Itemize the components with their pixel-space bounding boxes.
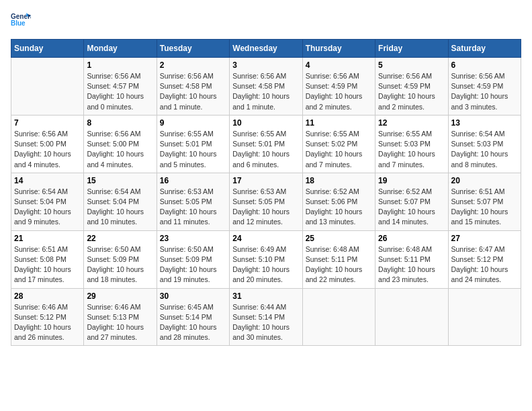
day-info: Sunrise: 6:55 AM Sunset: 5:03 PM Dayligh…: [378, 129, 445, 170]
table-row: 8Sunrise: 6:56 AM Sunset: 5:00 PM Daylig…: [84, 115, 157, 173]
day-number: 11: [306, 118, 372, 128]
logo: General Blue: [11, 11, 35, 34]
day-number: 31: [232, 291, 299, 301]
table-row: 9Sunrise: 6:55 AM Sunset: 5:01 PM Daylig…: [157, 115, 229, 173]
day-number: 9: [160, 118, 226, 128]
day-info: Sunrise: 6:48 AM Sunset: 5:11 PM Dayligh…: [378, 244, 445, 285]
table-row: 7Sunrise: 6:56 AM Sunset: 5:00 PM Daylig…: [11, 115, 84, 173]
day-info: Sunrise: 6:49 AM Sunset: 5:10 PM Dayligh…: [232, 244, 299, 285]
day-info: Sunrise: 6:50 AM Sunset: 5:09 PM Dayligh…: [160, 244, 226, 285]
table-row: 28Sunrise: 6:46 AM Sunset: 5:12 PM Dayli…: [11, 288, 84, 346]
table-row: 17Sunrise: 6:53 AM Sunset: 5:05 PM Dayli…: [230, 173, 302, 230]
day-number: 2: [160, 60, 226, 70]
day-info: Sunrise: 6:51 AM Sunset: 5:07 PM Dayligh…: [451, 187, 518, 228]
table-row: 4Sunrise: 6:56 AM Sunset: 4:59 PM Daylig…: [302, 58, 375, 116]
day-info: Sunrise: 6:54 AM Sunset: 5:04 PM Dayligh…: [14, 187, 81, 228]
day-number: 30: [160, 291, 226, 301]
day-info: Sunrise: 6:56 AM Sunset: 4:57 PM Dayligh…: [87, 71, 153, 112]
day-info: Sunrise: 6:50 AM Sunset: 5:09 PM Dayligh…: [87, 244, 153, 285]
table-row: 12Sunrise: 6:55 AM Sunset: 5:03 PM Dayli…: [375, 115, 448, 173]
day-number: 26: [378, 234, 445, 243]
svg-text:Blue: Blue: [11, 19, 26, 27]
day-number: 21: [14, 234, 81, 243]
day-number: 7: [14, 118, 81, 128]
day-header-monday: Monday: [84, 40, 157, 58]
table-row: 22Sunrise: 6:50 AM Sunset: 5:09 PM Dayli…: [84, 230, 157, 288]
table-row: 2Sunrise: 6:56 AM Sunset: 4:58 PM Daylig…: [157, 58, 229, 116]
day-info: Sunrise: 6:54 AM Sunset: 5:04 PM Dayligh…: [87, 187, 153, 228]
day-info: Sunrise: 6:56 AM Sunset: 4:59 PM Dayligh…: [451, 71, 518, 112]
day-header-thursday: Thursday: [302, 40, 375, 58]
calendar-table: SundayMondayTuesdayWednesdayThursdayFrid…: [11, 39, 521, 346]
logo-icon: General Blue: [11, 11, 31, 31]
table-row: 26Sunrise: 6:48 AM Sunset: 5:11 PM Dayli…: [375, 230, 448, 288]
day-number: 10: [232, 118, 299, 128]
table-row: 14Sunrise: 6:54 AM Sunset: 5:04 PM Dayli…: [11, 173, 84, 230]
table-row: 20Sunrise: 6:51 AM Sunset: 5:07 PM Dayli…: [448, 173, 521, 230]
table-row: 19Sunrise: 6:52 AM Sunset: 5:07 PM Dayli…: [375, 173, 448, 230]
day-info: Sunrise: 6:47 AM Sunset: 5:12 PM Dayligh…: [451, 244, 518, 285]
day-info: Sunrise: 6:52 AM Sunset: 5:07 PM Dayligh…: [378, 187, 445, 228]
day-number: 27: [451, 234, 518, 243]
day-info: Sunrise: 6:56 AM Sunset: 5:00 PM Dayligh…: [87, 129, 153, 170]
table-row: 13Sunrise: 6:54 AM Sunset: 5:03 PM Dayli…: [448, 115, 521, 173]
day-number: 29: [87, 291, 153, 301]
day-number: 5: [378, 60, 445, 70]
day-number: 17: [232, 176, 299, 185]
day-info: Sunrise: 6:56 AM Sunset: 4:58 PM Dayligh…: [160, 71, 226, 112]
table-row: 1Sunrise: 6:56 AM Sunset: 4:57 PM Daylig…: [84, 58, 157, 116]
table-row: 23Sunrise: 6:50 AM Sunset: 5:09 PM Dayli…: [157, 230, 229, 288]
day-info: Sunrise: 6:55 AM Sunset: 5:02 PM Dayligh…: [306, 129, 372, 170]
day-number: 14: [14, 176, 81, 185]
day-info: Sunrise: 6:56 AM Sunset: 4:58 PM Dayligh…: [232, 71, 299, 112]
day-number: 28: [14, 291, 81, 301]
table-row: 5Sunrise: 6:56 AM Sunset: 4:59 PM Daylig…: [375, 58, 448, 116]
table-row: 29Sunrise: 6:46 AM Sunset: 5:13 PM Dayli…: [84, 288, 157, 346]
table-row: 30Sunrise: 6:45 AM Sunset: 5:14 PM Dayli…: [157, 288, 229, 346]
table-row: 24Sunrise: 6:49 AM Sunset: 5:10 PM Dayli…: [230, 230, 302, 288]
day-number: 19: [378, 176, 445, 185]
day-number: 20: [451, 176, 518, 185]
day-number: 8: [87, 118, 153, 128]
table-row: 3Sunrise: 6:56 AM Sunset: 4:58 PM Daylig…: [230, 58, 302, 116]
day-info: Sunrise: 6:56 AM Sunset: 5:00 PM Dayligh…: [14, 129, 81, 170]
day-header-wednesday: Wednesday: [230, 40, 302, 58]
table-row: 21Sunrise: 6:51 AM Sunset: 5:08 PM Dayli…: [11, 230, 84, 288]
day-number: 23: [160, 234, 226, 243]
table-row: [11, 58, 84, 116]
day-info: Sunrise: 6:44 AM Sunset: 5:14 PM Dayligh…: [232, 302, 299, 343]
day-header-sunday: Sunday: [11, 40, 84, 58]
day-number: 3: [232, 60, 299, 70]
day-number: 18: [306, 176, 372, 185]
day-info: Sunrise: 6:55 AM Sunset: 5:01 PM Dayligh…: [232, 129, 299, 170]
day-info: Sunrise: 6:53 AM Sunset: 5:05 PM Dayligh…: [232, 187, 299, 228]
day-info: Sunrise: 6:51 AM Sunset: 5:08 PM Dayligh…: [14, 244, 81, 285]
day-info: Sunrise: 6:52 AM Sunset: 5:06 PM Dayligh…: [306, 187, 372, 228]
day-info: Sunrise: 6:53 AM Sunset: 5:05 PM Dayligh…: [160, 187, 226, 228]
day-number: 13: [451, 118, 518, 128]
table-row: 10Sunrise: 6:55 AM Sunset: 5:01 PM Dayli…: [230, 115, 302, 173]
day-header-tuesday: Tuesday: [157, 40, 229, 58]
day-number: 6: [451, 60, 518, 70]
day-number: 4: [306, 60, 372, 70]
table-row: [375, 288, 448, 346]
day-info: Sunrise: 6:56 AM Sunset: 4:59 PM Dayligh…: [306, 71, 372, 112]
table-row: 15Sunrise: 6:54 AM Sunset: 5:04 PM Dayli…: [84, 173, 157, 230]
table-row: [302, 288, 375, 346]
day-number: 16: [160, 176, 226, 185]
day-number: 24: [232, 234, 299, 243]
day-info: Sunrise: 6:46 AM Sunset: 5:13 PM Dayligh…: [87, 302, 153, 343]
table-row: 16Sunrise: 6:53 AM Sunset: 5:05 PM Dayli…: [157, 173, 229, 230]
day-number: 22: [87, 234, 153, 243]
day-info: Sunrise: 6:46 AM Sunset: 5:12 PM Dayligh…: [14, 302, 81, 343]
day-info: Sunrise: 6:54 AM Sunset: 5:03 PM Dayligh…: [451, 129, 518, 170]
day-number: 1: [87, 60, 153, 70]
day-number: 25: [306, 234, 372, 243]
page-header: General Blue: [11, 11, 521, 34]
day-header-saturday: Saturday: [448, 40, 521, 58]
day-info: Sunrise: 6:45 AM Sunset: 5:14 PM Dayligh…: [160, 302, 226, 343]
day-info: Sunrise: 6:55 AM Sunset: 5:01 PM Dayligh…: [160, 129, 226, 170]
day-number: 12: [378, 118, 445, 128]
table-row: 25Sunrise: 6:48 AM Sunset: 5:11 PM Dayli…: [302, 230, 375, 288]
table-row: 11Sunrise: 6:55 AM Sunset: 5:02 PM Dayli…: [302, 115, 375, 173]
